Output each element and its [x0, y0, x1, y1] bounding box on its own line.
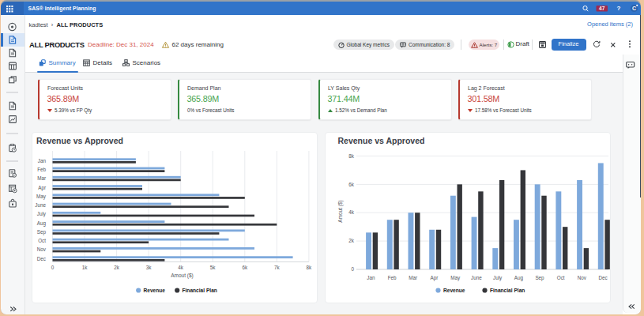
- svg-text:Feb: Feb: [388, 275, 397, 280]
- svg-text:Dec: Dec: [37, 256, 46, 261]
- svg-text:May: May: [36, 194, 47, 200]
- svg-text:4k: 4k: [178, 265, 184, 270]
- svg-text:47: 47: [599, 6, 605, 11]
- svg-text:5k: 5k: [210, 265, 217, 270]
- svg-text:Apr: Apr: [431, 275, 439, 281]
- svg-text:0: 0: [351, 266, 354, 272]
- svg-text:8k: 8k: [348, 153, 355, 159]
- svg-text:Mar: Mar: [37, 175, 46, 181]
- svg-text:May: May: [450, 275, 461, 281]
- svg-text:7k: 7k: [274, 265, 281, 270]
- svg-text:Dec: Dec: [598, 275, 607, 280]
- svg-text:Aug: Aug: [514, 275, 524, 281]
- svg-text:Nov: Nov: [37, 246, 47, 252]
- svg-text:Aug: Aug: [37, 220, 47, 227]
- svg-text:Sep: Sep: [535, 275, 544, 281]
- svg-text:1k: 1k: [82, 265, 89, 270]
- svg-text:July: July: [493, 275, 503, 281]
- svg-text:Sep: Sep: [37, 229, 47, 235]
- svg-text:Jan: Jan: [367, 275, 375, 280]
- svg-text:2k: 2k: [348, 238, 355, 243]
- svg-text:June: June: [471, 275, 482, 280]
- svg-text:Jan: Jan: [38, 158, 47, 164]
- svg-text:0: 0: [51, 265, 55, 270]
- svg-text:6k: 6k: [242, 265, 248, 270]
- svg-text:July: July: [37, 211, 47, 217]
- svg-text:Mar: Mar: [409, 275, 417, 280]
- svg-text:?: ?: [617, 5, 621, 12]
- svg-text:Amout ($): Amout ($): [171, 273, 194, 279]
- svg-text:8k: 8k: [307, 265, 313, 270]
- svg-text:Oct: Oct: [557, 275, 565, 280]
- svg-text:June: June: [35, 202, 46, 208]
- svg-text:Financial Plan: Financial Plan: [183, 288, 217, 293]
- svg-text:Nov: Nov: [578, 275, 587, 280]
- svg-text:4k: 4k: [348, 209, 355, 215]
- svg-text:Revenue: Revenue: [443, 288, 465, 293]
- svg-text:Financial Plan: Financial Plan: [490, 288, 525, 293]
- svg-text:2k: 2k: [114, 265, 120, 270]
- svg-text:C: C: [632, 6, 636, 11]
- svg-text:3k: 3k: [146, 265, 153, 270]
- svg-text:Apr: Apr: [38, 185, 46, 191]
- svg-text:6k: 6k: [348, 182, 355, 187]
- svg-text:Feb: Feb: [37, 167, 46, 172]
- svg-text:Revenue: Revenue: [144, 288, 166, 293]
- svg-text:Oct: Oct: [38, 238, 46, 243]
- svg-text:Amout ($): Amout ($): [337, 200, 344, 223]
